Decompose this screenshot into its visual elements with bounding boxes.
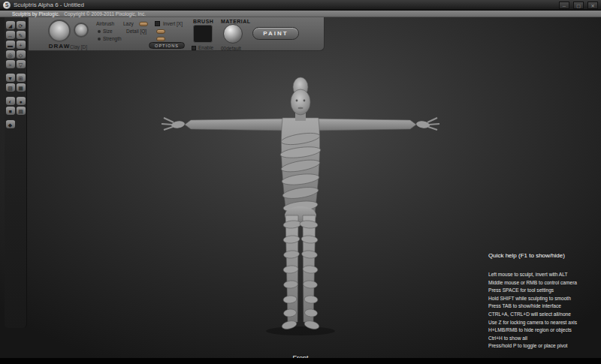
secondary-brush-preview[interactable] [74,23,89,38]
size-slider-dot[interactable] [98,30,101,33]
quick-help-title: Quick help (F1 to show/hide) [488,252,599,259]
brush-enable-checkbox[interactable] [192,46,196,50]
app-window: S Sculptris Alpha 6 - Untitled ─ ▢ ✕ [0,0,601,364]
quick-help-line: Middle mouse or RMB to control camera [488,279,599,287]
scale-tool-button[interactable]: ↔ [6,31,15,39]
app-credit: Sculptris by Pixologic. [12,11,59,17]
invert-checkbox[interactable] [155,21,160,26]
clay-mode-label[interactable]: Clay [D] [70,44,87,50]
quick-help-line: Press TAB to show/hide interface [488,302,599,311]
detail-slider-knob[interactable] [156,29,165,34]
minimize-button[interactable]: ─ [559,2,569,9]
flatten-tool-button[interactable]: ▬ [6,41,15,49]
quick-help-line: Ctrl+H to show all [488,335,599,343]
strength-slider-dot[interactable] [98,38,101,41]
strength-slider-knob[interactable] [156,37,165,41]
copyright-strip: Sculptris by Pixologic. Copyright © 2009… [0,11,601,17]
open-file-tool-button[interactable]: ▤ [17,107,26,115]
quick-help-panel: Quick help (F1 to show/hide) Left mouse … [488,252,599,364]
brush-section-label: BRUSH [193,19,213,24]
options-button[interactable]: OPTIONS [149,42,185,49]
draw-tool-button[interactable]: ✎ [17,31,26,39]
subdivide-all-tool-button[interactable]: ⊞ [17,74,26,82]
new-sphere-tool-button[interactable]: ● [17,97,26,105]
quick-help-line: CTRL+A, CTRL+D will select all/none [488,311,599,319]
quick-help-line: Press/hold P to toggle or place pivot [488,342,599,350]
material-sphere-preview[interactable] [223,24,243,44]
brush-control-panel: DRAW Clay [D] Airbrush Lazy Invert [X] S… [29,17,325,51]
strength-slider-label[interactable]: Strength [103,36,122,41]
brush-texture-swatch[interactable] [193,25,213,43]
save-file-tool-button[interactable]: ◆ [6,120,15,128]
material-name[interactable]: 00default [221,46,241,51]
pinch-tool-button[interactable]: ◇ [17,50,26,59]
lazy-toggle-label[interactable]: Lazy [123,21,134,26]
smooth-tool-button[interactable]: ≈ [6,60,15,68]
quick-help-lines: Left mouse to sculpt, invert with ALTMid… [488,271,599,350]
size-slider-label[interactable]: Size [103,29,113,34]
brush-enable-label[interactable]: Enable [198,45,213,50]
rotate-tool-button[interactable]: ⟳ [17,21,26,29]
quick-help-line: Press SPACE for tool settings [488,287,599,295]
new-plane-tool-button[interactable]: ■ [6,107,15,115]
quick-help-line: H+LMB/RMB to hide region or objects [488,326,599,335]
crease-tool-button[interactable]: ◢ [6,21,15,29]
paint-mode-button[interactable]: PAINT [252,27,299,40]
invert-label[interactable]: Invert [X] [163,21,183,26]
mask-tool-button[interactable]: ▨ [6,83,15,92]
wireframe-tool-button[interactable]: ▦ [17,83,26,92]
copyright-text: Copyright © 2009-2011 Pixologic, Inc. [64,11,146,17]
inflate-tool-button[interactable]: ◎ [6,50,15,59]
maximize-button[interactable]: ▢ [573,2,584,9]
sculpt-viewport[interactable]: Quick help (F1 to show/hide) Left mouse … [0,11,601,358]
close-button[interactable]: ✕ [587,2,598,9]
grab-tool-button[interactable]: + [17,41,26,49]
quick-help-line: Left mouse to sculpt, invert with ALT [488,271,599,279]
tool-palette: ◢⟳↔✎▬+◎◇≈▽▼⊞▨▦◐●■▤◆ [5,17,27,328]
detail-slider-label[interactable]: Detail [Q] [126,29,146,34]
symmetry-tool-button[interactable]: ◐ [6,97,15,105]
reduce-selected-tool-button[interactable]: ▼ [6,74,15,82]
quick-help-line: Hold SHIFT while sculpting to smooth [488,295,599,303]
window-bottom-edge [0,358,601,364]
active-brush-preview[interactable] [48,20,71,42]
reduce-brush-tool-button[interactable]: ▽ [17,60,26,68]
airbrush-toggle-label[interactable]: Airbrush [96,21,114,26]
quick-help-line: Use Z for locking camera to nearest axis [488,319,599,327]
window-title: Sculptris Alpha 6 - Untitled [14,2,555,8]
title-bar[interactable]: S Sculptris Alpha 6 - Untitled ─ ▢ ✕ [0,0,601,11]
app-logo-icon: S [3,2,11,9]
material-section-label: MATERIAL [221,19,251,24]
lazy-toggle[interactable] [139,22,148,26]
